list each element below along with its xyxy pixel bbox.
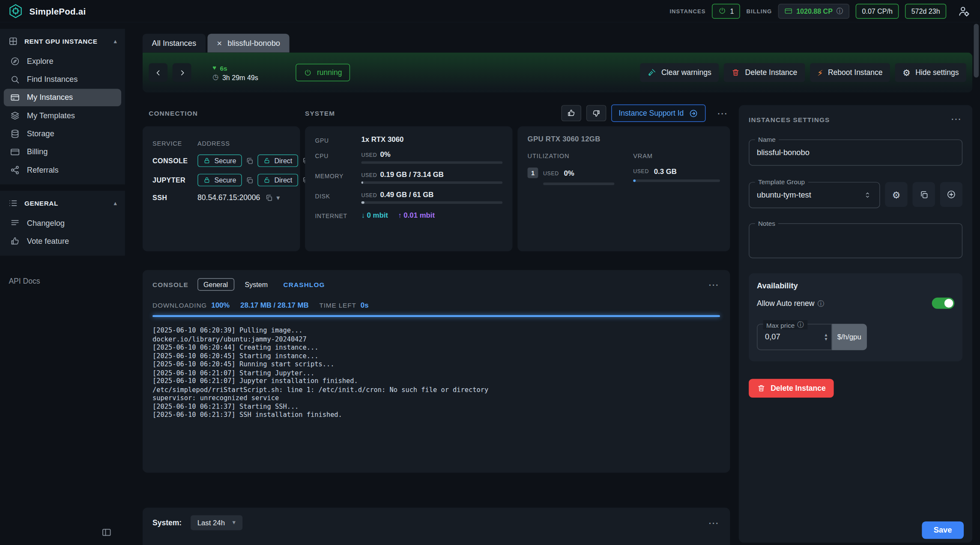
tab-instance-active[interactable]: × blissful-bonobo <box>207 34 290 53</box>
connection-table-header: SERVICE ADDRESS <box>152 140 290 147</box>
console-secure-button[interactable]: Secure <box>197 154 242 167</box>
log-line: [2025-06-10 06:20:44] Creating instance.… <box>152 343 720 352</box>
content-row: CONNECTION SYSTEM Instance Support Id <box>143 93 973 545</box>
instances-count-badge[interactable]: 1 <box>712 3 740 18</box>
instance-support-id-button[interactable]: Instance Support Id <box>611 105 705 122</box>
template-add-button[interactable] <box>940 182 963 207</box>
reboot-instance-button[interactable]: ⚡ Reboot Instance <box>810 63 890 82</box>
crashlog-link[interactable]: CRASHLOG <box>284 281 325 288</box>
sidebar-item-billing[interactable]: Billing <box>4 143 121 161</box>
sidebar-item-find-instances[interactable]: Find Instances <box>4 71 121 88</box>
connection-row-console: CONSOLE Secure <box>152 154 290 167</box>
sidebar-item-explore[interactable]: Explore <box>4 53 121 70</box>
service-name: JUPYTER <box>152 176 197 184</box>
time-left-value: 0s <box>361 301 369 309</box>
hide-settings-button[interactable]: ⚙ Hide settings <box>895 63 966 82</box>
lock-icon <box>203 176 211 184</box>
next-instance-button[interactable] <box>173 63 191 82</box>
console-direct-button[interactable]: Direct <box>257 154 298 167</box>
brand[interactable]: SimplePod.ai <box>8 3 86 19</box>
api-docs-link[interactable]: API Docs <box>9 277 125 285</box>
jupyter-secure-button[interactable]: Secure <box>197 174 242 186</box>
auto-renew-text: Allow Auto renew <box>757 299 814 307</box>
database-icon <box>10 129 20 139</box>
template-copy-button[interactable] <box>912 182 935 207</box>
vram-value: 0.3 GB <box>654 168 677 175</box>
thumbs-up-button[interactable] <box>561 105 581 121</box>
server-icon <box>10 93 20 102</box>
log-line: docker.io/library/ubuntu:jammy-20240427 <box>152 335 720 343</box>
console-tab-system[interactable]: System <box>239 279 273 290</box>
time-range-select[interactable]: Last 24h ▾ <box>191 515 242 530</box>
updown-icon <box>863 191 872 199</box>
sidebar-item-referrals[interactable]: Referrals <box>4 161 121 179</box>
auto-renew-toggle[interactable] <box>932 298 955 309</box>
scrollbar-thumb[interactable] <box>974 24 979 77</box>
time-left-value: 572d 23h <box>911 7 940 15</box>
row-label: GPU <box>315 135 361 144</box>
chevron-left-icon <box>153 68 163 77</box>
sidebar-item-label: My Instances <box>27 93 73 102</box>
cpu-meter <box>361 161 502 164</box>
copy-ssh-button[interactable] <box>265 194 273 202</box>
ssh-expand-button[interactable]: ▾ <box>276 194 280 201</box>
credits-badge[interactable]: 1020.88 CP ⓘ <box>778 3 850 18</box>
sidebar-item-vote-feature[interactable]: Vote feature <box>4 233 121 250</box>
used-label: USED <box>361 152 377 159</box>
progress-size: 28.17 MB / 28.17 MB <box>240 301 309 309</box>
button-label: Secure <box>215 176 236 184</box>
unlock-icon <box>263 157 271 165</box>
clear-warnings-button[interactable]: Clear warnings <box>640 63 719 82</box>
copy-secure-jupyter-button[interactable] <box>245 176 254 184</box>
button-label: Clear warnings <box>661 68 711 77</box>
sidebar-collapse-button[interactable] <box>101 527 112 538</box>
sidebar-section-general[interactable]: GENERAL ▴ <box>0 192 125 215</box>
delete-instance-button[interactable]: Delete Instance <box>724 63 805 82</box>
prev-instance-button[interactable] <box>149 63 167 82</box>
row-label: INTERNET <box>315 211 361 219</box>
sidebar-item-label: Explore <box>27 57 54 66</box>
account-button[interactable] <box>957 5 970 17</box>
console-log[interactable]: [2025-06-10 06:20:39] Pulling image... d… <box>152 326 720 419</box>
sidebar-item-my-instances[interactable]: My Instances <box>4 89 121 106</box>
sidebar-item-changelog[interactable]: Changelog <box>4 215 121 232</box>
settings-menu-button[interactable]: ⋯ <box>950 114 962 125</box>
user-gear-icon <box>957 5 970 17</box>
thumb-down-icon <box>592 109 601 117</box>
max-price-input[interactable] <box>765 332 798 341</box>
jupyter-direct-button[interactable]: Direct <box>257 174 298 186</box>
info-icon: ⓘ <box>818 299 825 308</box>
settings-delete-instance-button[interactable]: Delete Instance <box>749 379 834 398</box>
max-price-text: Max price <box>766 321 795 329</box>
card-icon <box>784 7 792 15</box>
console-menu-button[interactable]: ⋯ <box>708 279 720 290</box>
price-stepper[interactable]: ▴ ▾ <box>825 332 828 341</box>
tab-all-instances[interactable]: All Instances <box>143 34 206 53</box>
status-badge: running <box>296 64 350 81</box>
spinner-down-icon[interactable]: ▾ <box>825 337 828 341</box>
console-tab-general[interactable]: General <box>197 278 234 290</box>
copy-secure-console-button[interactable] <box>245 157 254 165</box>
chart-menu-button[interactable]: ⋯ <box>708 517 720 528</box>
chevron-up-icon: ▴ <box>114 38 117 45</box>
sidebar-item-my-templates[interactable]: My Templates <box>4 107 121 125</box>
rate-value: 0.07 CP/h <box>862 7 893 15</box>
sidebar-item-storage[interactable]: Storage <box>4 125 121 143</box>
page-scrollbar[interactable] <box>973 23 980 545</box>
panel-menu-button[interactable]: ⋯ <box>717 108 729 119</box>
ssh-address: 80.54.67.15:20006 <box>197 193 260 202</box>
close-icon[interactable]: × <box>217 39 222 47</box>
system-chart-label: System: <box>152 518 182 527</box>
save-button[interactable]: Save <box>922 521 964 539</box>
name-input[interactable] <box>757 148 954 157</box>
template-group-select[interactable]: Template Group ubuntu-tym-test <box>749 182 880 208</box>
brand-name: SimplePod.ai <box>30 6 86 16</box>
log-line: [2025-06-10 06:21:07] Jupyter installati… <box>152 377 720 386</box>
brand-logo-icon <box>8 3 24 19</box>
time-left-label: TIME LEFT <box>319 301 356 309</box>
gear-icon: ⚙ <box>892 190 901 199</box>
template-settings-button[interactable]: ⚙ <box>885 182 908 207</box>
thumbs-down-button[interactable] <box>586 105 607 121</box>
sidebar-section-rent[interactable]: RENT GPU INSTANCE ▴ <box>0 30 125 53</box>
notes-input[interactable] <box>757 232 954 251</box>
